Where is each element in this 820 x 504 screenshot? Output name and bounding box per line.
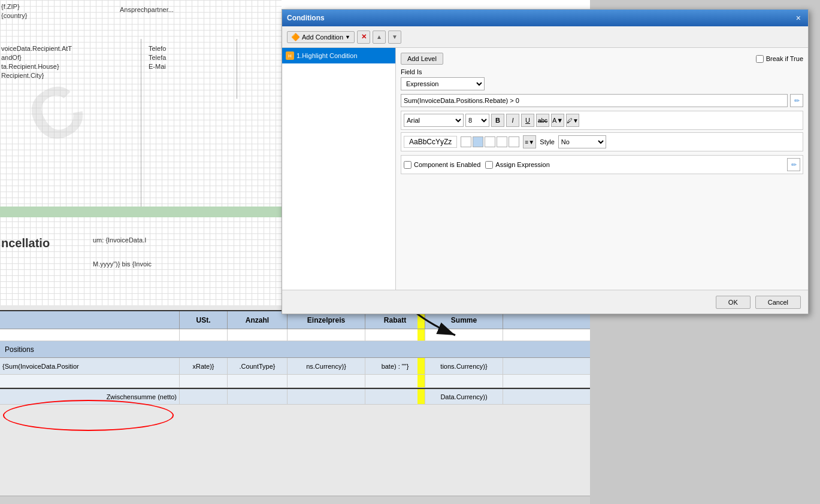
- add-level-button[interactable]: Add Level: [401, 53, 443, 65]
- doc-text-ansprech: Ansprechpartner...: [120, 6, 174, 13]
- cancel-button[interactable]: Cancel: [755, 296, 801, 309]
- td-empty-ust: [180, 329, 228, 341]
- move-up-button[interactable]: ▲: [373, 31, 386, 44]
- doc-text-country: {country}: [1, 12, 27, 19]
- condition-item-1[interactable]: H 1.Highlight Condition: [282, 48, 395, 63]
- add-condition-label: Add Condition: [302, 34, 343, 41]
- font-name-select[interactable]: Arial: [404, 114, 464, 127]
- font-size-select[interactable]: 8: [465, 114, 489, 127]
- doc-text-recipient2: andOf}: [1, 54, 22, 61]
- doc-text-cancel2: um: {InvoiceData.I: [93, 236, 146, 244]
- td-data-desc: {Sum(InvoiceData.Positior: [0, 358, 180, 374]
- td-empty-rabatt: [365, 329, 425, 341]
- ok-button[interactable]: OK: [716, 296, 751, 309]
- expression-edit-button[interactable]: ✏: [790, 94, 803, 107]
- break-if-true-group: Break if True: [756, 55, 803, 63]
- td-e2-desc: [0, 375, 180, 387]
- list-format-button[interactable]: ≡▼: [523, 135, 536, 148]
- style-label: Style: [540, 138, 554, 145]
- td-data-rabatt: bate) : ""}: [365, 358, 425, 374]
- conditions-list: H 1.Highlight Condition: [282, 48, 396, 291]
- color-box-2[interactable]: [473, 136, 483, 147]
- vert-line-2: [237, 39, 237, 99]
- td-empty-desc: [0, 329, 180, 341]
- color-box-4[interactable]: [497, 136, 507, 147]
- dialog-footer: OK Cancel: [282, 290, 808, 314]
- dialog-body: H 1.Highlight Condition Add Level Break …: [282, 48, 808, 291]
- color-box-3[interactable]: [485, 136, 495, 147]
- assign-expression-edit-button[interactable]: ✏: [787, 158, 800, 171]
- yellow-rabatt-e2: [417, 375, 425, 387]
- bold-button[interactable]: B: [491, 114, 504, 127]
- td-summary-desc: Zwischensumme (netto): [0, 389, 180, 404]
- component-enabled-checkbox[interactable]: [404, 161, 411, 169]
- highlight-color-button[interactable]: 🖊▼: [566, 114, 579, 127]
- preview-text: AaBbCcYyZz: [409, 138, 452, 146]
- italic-button[interactable]: I: [506, 114, 519, 127]
- add-condition-button[interactable]: 🔶 Add Condition ▼: [287, 31, 355, 43]
- underline-button[interactable]: U: [521, 114, 534, 127]
- format-toolbar: Arial 8 B I U abc A▼ 🖊▼: [401, 111, 803, 130]
- component-enabled-label[interactable]: Component is Enabled: [404, 161, 480, 169]
- field-is-label: Field Is: [401, 68, 803, 75]
- preview-box: AaBbCcYyZz: [404, 136, 457, 148]
- component-row: Component is Enabled Assign Expression ✏: [401, 155, 803, 174]
- style-select[interactable]: No Bold Italic: [558, 135, 606, 148]
- th-desc: [0, 311, 180, 329]
- table-empty-row2: [0, 375, 590, 388]
- dialog-titlebar: Conditions ×: [282, 10, 808, 26]
- td-e2-summe: [425, 375, 503, 387]
- doc-text-telefa: Telefa: [149, 54, 166, 61]
- td-data-ust: xRate)}: [180, 358, 228, 374]
- doc-text-zip: {f.ZIP}: [1, 3, 20, 10]
- expression-input[interactable]: [401, 94, 788, 107]
- positions-label: Positions: [0, 345, 180, 354]
- condition-editor: Add Level Break if True Field Is Express…: [396, 48, 808, 291]
- expression-input-row: ✏: [401, 94, 803, 107]
- color-box-1[interactable]: [461, 136, 471, 147]
- td-data-summe: tions.Currency)}: [425, 358, 503, 374]
- doc-text-cancel3: M.yyyy")} bis {Invoic: [93, 260, 152, 268]
- field-type-select[interactable]: Expression: [401, 77, 485, 90]
- positions-row: Positions: [0, 341, 590, 358]
- td-data-einzelpreis: ns.Currency)}: [288, 358, 365, 374]
- color-box-5[interactable]: [509, 136, 519, 147]
- td-summary-einzelpreis: [288, 389, 365, 404]
- td-e2-anzahl: [228, 375, 288, 387]
- assign-expression-checkbox[interactable]: [485, 161, 493, 169]
- td-empty-anzahl: [228, 329, 288, 341]
- bottom-scrollbar[interactable]: [0, 496, 590, 504]
- delete-icon: ✕: [361, 33, 367, 41]
- td-data-anzahl: .CountType}: [228, 358, 288, 374]
- td-empty-summe: [425, 329, 503, 341]
- strikethrough-button[interactable]: abc: [536, 114, 549, 127]
- dialog-toolbar: 🔶 Add Condition ▼ ✕ ▲ ▼: [282, 26, 808, 48]
- td-e2-rabatt: [365, 375, 425, 387]
- component-enabled-text: Component is Enabled: [414, 161, 480, 168]
- td-e2-ust: [180, 375, 228, 387]
- td-summary-summe: Data.Currency)): [425, 389, 503, 404]
- delete-condition-button[interactable]: ✕: [357, 31, 370, 44]
- vert-line-1: [141, 39, 141, 207]
- doc-text-email: E-Mai: [149, 63, 166, 70]
- yellow-rabatt-summary: [417, 389, 425, 404]
- doc-text-cancel1: ncellatio: [1, 236, 50, 250]
- doc-text-recipient4: Recipient.City}: [1, 72, 44, 79]
- up-icon: ▲: [376, 34, 382, 40]
- condition-icon-1: H: [286, 51, 294, 60]
- move-down-button[interactable]: ▼: [388, 31, 401, 44]
- td-empty-einzelpreis: [288, 329, 365, 341]
- table-area: USt. Anzahl Einzelpreis Rabatt Summe Pos…: [0, 310, 590, 405]
- yellow-rabatt-data: [417, 358, 425, 374]
- doc-text-recipient3: ta.Recipient.House}: [1, 63, 59, 70]
- dialog-close-button[interactable]: ×: [794, 13, 803, 23]
- th-anzahl: Anzahl: [228, 311, 288, 329]
- font-color-button[interactable]: A▼: [551, 114, 564, 127]
- assign-expression-label[interactable]: Assign Expression: [485, 161, 550, 169]
- break-if-true-checkbox[interactable]: [756, 55, 764, 63]
- green-band: [0, 207, 282, 217]
- summary-row: Zwischensumme (netto) Data.Currency)): [0, 388, 590, 405]
- table-data-row[interactable]: {Sum(InvoiceData.Positior xRate)} .Count…: [0, 358, 590, 375]
- color-boxes: [461, 136, 519, 147]
- assign-expression-text: Assign Expression: [495, 161, 550, 168]
